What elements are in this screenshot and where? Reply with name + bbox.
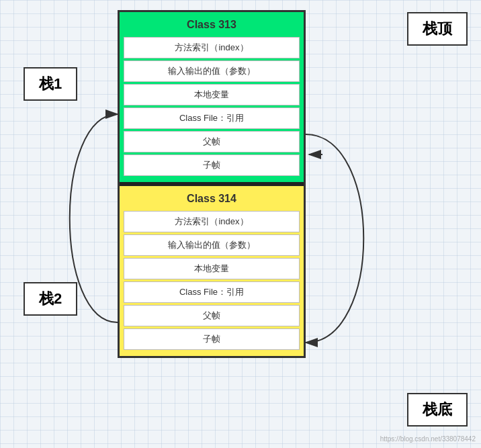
watermark: https://blog.csdn.net/338078442 bbox=[380, 435, 476, 443]
class314-row-1: 输入输出的值（参数） bbox=[124, 234, 300, 256]
class313-row-3: Class File：引用 bbox=[124, 107, 300, 129]
class314-row-4: 父帧 bbox=[124, 305, 300, 326]
class313-row-0: 方法索引（index） bbox=[124, 37, 300, 58]
zhan-di-label: 栈底 bbox=[407, 393, 468, 427]
class314-title: Class 314 bbox=[124, 190, 300, 209]
class314-row-0: 方法索引（index） bbox=[124, 211, 300, 232]
class314-row-5: 子帧 bbox=[124, 328, 300, 350]
class313-row-5: 子帧 bbox=[124, 154, 300, 176]
zhan2-label: 栈2 bbox=[24, 282, 77, 316]
class313-row-2: 本地变量 bbox=[124, 84, 300, 105]
class314-row-3: Class File：引用 bbox=[124, 281, 300, 303]
class313-row-1: 输入输出的值（参数） bbox=[124, 60, 300, 82]
class313-title: Class 313 bbox=[124, 16, 300, 35]
zhan1-label: 栈1 bbox=[24, 67, 77, 101]
zhan-ding-label: 栈顶 bbox=[407, 12, 468, 46]
class313-block: Class 313 方法索引（index） 输入输出的值（参数） 本地变量 Cl… bbox=[120, 12, 304, 186]
stack-container: Class 313 方法索引（index） 输入输出的值（参数） 本地变量 Cl… bbox=[118, 10, 306, 358]
class313-row-4: 父帧 bbox=[124, 131, 300, 152]
class314-block: Class 314 方法索引（index） 输入输出的值（参数） 本地变量 Cl… bbox=[120, 186, 304, 356]
right-arrow bbox=[306, 134, 363, 343]
class314-row-2: 本地变量 bbox=[124, 258, 300, 279]
